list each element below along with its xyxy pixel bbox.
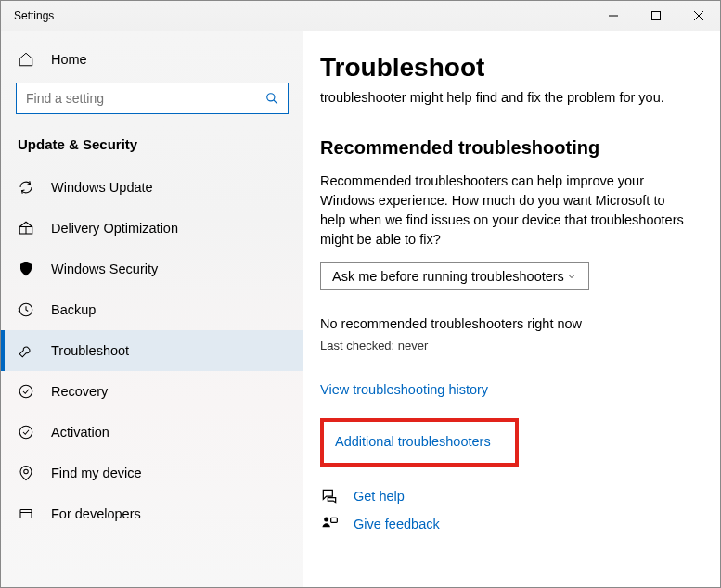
svg-point-9: [19, 385, 32, 398]
recovery-icon: [18, 383, 34, 400]
search-icon: [265, 92, 278, 105]
svg-point-10: [19, 426, 32, 439]
titlebar: Settings: [1, 1, 720, 31]
svg-line-5: [274, 100, 277, 104]
home-nav[interactable]: Home: [1, 44, 303, 75]
search-input[interactable]: [16, 83, 289, 114]
svg-rect-1: [652, 12, 661, 20]
delivery-icon: [18, 220, 34, 236]
intro-text: troubleshooter might help find and fix t…: [320, 88, 692, 108]
sidebar-item-recovery[interactable]: Recovery: [1, 371, 303, 412]
sidebar-item-windows-security[interactable]: Windows Security: [1, 249, 303, 289]
sidebar-item-backup[interactable]: Backup: [1, 289, 303, 330]
sidebar-item-activation[interactable]: Activation: [1, 412, 303, 453]
main-content: Troubleshoot troubleshooter might help f…: [303, 31, 720, 587]
check-icon: [18, 424, 34, 441]
sidebar-item-for-developers[interactable]: For developers: [1, 493, 303, 534]
developer-icon: [18, 505, 34, 522]
backup-icon: [18, 301, 34, 318]
svg-point-14: [324, 518, 328, 522]
sidebar-item-label: Windows Security: [51, 262, 158, 276]
status-text: No recommended troubleshooters right now: [320, 316, 692, 331]
last-checked: Last checked: never: [320, 339, 692, 352]
get-help-link[interactable]: Get help: [354, 489, 405, 504]
give-feedback-link[interactable]: Give feedback: [354, 517, 440, 531]
sidebar-item-label: Recovery: [51, 384, 108, 399]
sidebar-item-windows-update[interactable]: Windows Update: [1, 167, 303, 208]
get-help-row[interactable]: Get help: [320, 487, 692, 505]
sidebar-item-delivery-optimization[interactable]: Delivery Optimization: [1, 208, 303, 249]
sidebar-item-label: Windows Update: [51, 180, 153, 195]
feedback-icon: [320, 515, 339, 533]
search-field[interactable]: [26, 91, 265, 106]
sidebar-item-label: Activation: [51, 425, 109, 440]
highlight-box: Additional troubleshooters: [320, 418, 519, 467]
sidebar-item-label: Delivery Optimization: [51, 221, 178, 236]
home-label: Home: [51, 52, 87, 67]
minimize-button[interactable]: [592, 1, 635, 31]
sidebar-item-label: Backup: [51, 302, 96, 317]
svg-rect-12: [20, 510, 32, 518]
svg-rect-15: [331, 518, 338, 522]
troubleshooter-preference-dropdown[interactable]: Ask me before running troubleshooters: [320, 262, 589, 290]
section-title: Recommended troubleshooting: [320, 137, 692, 159]
sidebar-item-troubleshoot[interactable]: Troubleshoot: [1, 330, 303, 371]
history-link[interactable]: View troubleshooting history: [320, 382, 488, 397]
svg-point-11: [24, 469, 29, 474]
svg-point-4: [267, 94, 275, 101]
sidebar-item-label: Troubleshoot: [51, 343, 129, 358]
window-controls: [592, 1, 720, 31]
maximize-button[interactable]: [635, 1, 677, 31]
page-title: Troubleshoot: [320, 53, 692, 83]
sidebar-item-find-my-device[interactable]: Find my device: [1, 453, 303, 493]
sidebar: Home Update & Security Windows Update De…: [1, 31, 303, 587]
sidebar-item-label: Find my device: [51, 466, 142, 480]
dropdown-value: Ask me before running troubleshooters: [332, 269, 564, 284]
window-title: Settings: [1, 9, 54, 22]
additional-troubleshooters-link[interactable]: Additional troubleshooters: [335, 434, 491, 449]
shield-icon: [18, 261, 34, 277]
chevron-down-icon: [566, 271, 577, 282]
sync-icon: [18, 179, 34, 196]
location-icon: [18, 465, 34, 481]
wrench-icon: [18, 342, 34, 359]
chat-icon: [320, 487, 339, 505]
group-title: Update & Security: [1, 123, 303, 158]
sidebar-item-label: For developers: [51, 506, 141, 521]
give-feedback-row[interactable]: Give feedback: [320, 515, 692, 533]
home-icon: [18, 51, 34, 68]
close-button[interactable]: [677, 1, 720, 31]
section-body: Recommended troubleshooters can help imp…: [320, 172, 692, 249]
